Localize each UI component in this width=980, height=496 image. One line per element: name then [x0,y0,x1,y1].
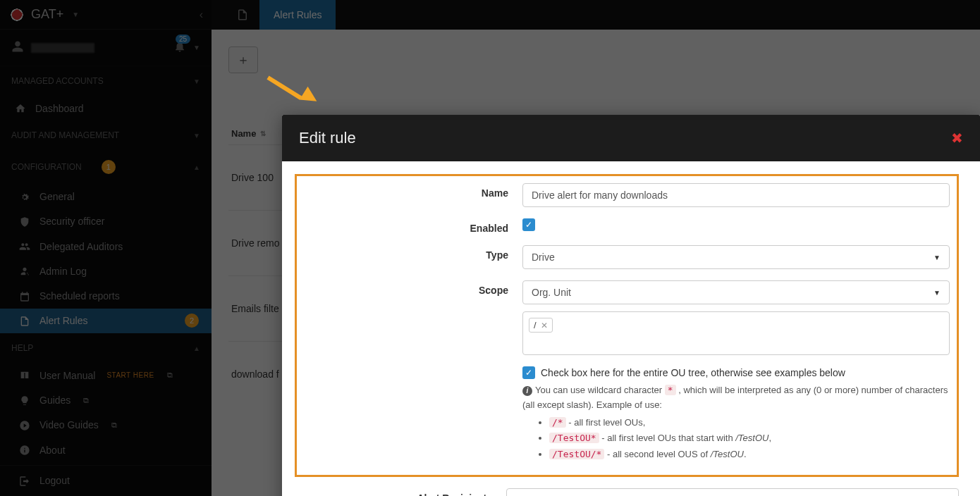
alert-recipients-input[interactable] [506,488,959,496]
home-icon [14,102,27,114]
label-scope: Scope [304,280,522,296]
book-icon [18,369,31,381]
brand-logo-icon: ✚ [8,6,25,23]
calendar-icon [18,290,31,302]
caret-down-icon[interactable]: ▼ [193,44,200,51]
brand-name: GAT+ [31,7,63,22]
sidebar-item-general[interactable]: General [0,184,212,209]
scope-hint: iYou can use wildcard character * , whic… [522,383,950,462]
sidebar-item-alert-rules[interactable]: Alert Rules 2 [0,309,212,333]
collapse-sidebar-button[interactable]: ‹ [200,8,203,21]
notifications-button[interactable]: 25 [173,40,186,55]
section-help[interactable]: HELP ▲ [0,333,212,363]
name-input[interactable] [522,183,950,207]
section-managed-accounts[interactable]: MANAGED ACCOUNTS ▼ [0,66,212,96]
info-icon: i [522,386,532,396]
logout-icon [18,474,31,486]
sidebar-item-about[interactable]: About [0,438,212,462]
add-rule-button[interactable]: ＋ [228,46,258,73]
sidebar-item-admin-log[interactable]: Admin Log [0,259,212,283]
caret-down-icon: ▼ [193,78,200,85]
highlighted-section: Name Enabled ✓ Type Drive ▼ [295,174,959,477]
sidebar-item-dashboard[interactable]: Dashboard [0,96,212,120]
caret-down-icon: ▼ [72,11,79,18]
sort-icon[interactable]: ⇅ [260,130,266,137]
sidebar-item-user-manual[interactable]: User Manual START HERE ⧉ [0,363,212,388]
sidebar-item-delegated-auditors[interactable]: Delegated Auditors [0,234,212,259]
section-audit-management[interactable]: AUDIT AND MANAGEMENT ▼ [0,120,212,150]
notifications-badge: 25 [176,35,190,44]
start-here-label: START HERE [106,371,154,379]
modal-title: Edit rule [299,129,356,147]
tab-alert-rules[interactable]: Alert Rules [259,0,336,30]
sidebar-item-scheduled-reports[interactable]: Scheduled reports [0,283,212,308]
close-icon[interactable]: ✖ [951,130,963,147]
caret-down-icon: ▼ [193,132,200,140]
play-circle-icon [18,419,31,431]
badge-step-2: 2 [185,314,199,328]
caret-down-icon: ▼ [933,254,941,261]
sidebar-item-security-officer[interactable]: Security officer [0,209,212,234]
users-icon [18,240,31,252]
enabled-checkbox[interactable]: ✓ [522,218,535,231]
badge-step-1: 1 [102,160,116,174]
label-type: Type [304,245,522,261]
section-configuration[interactable]: CONFIGURATION 1 ▲ [0,150,212,184]
shield-icon [18,216,31,228]
gears-icon [18,190,31,202]
column-name[interactable]: Name [231,128,256,139]
sidebar: ✚ GAT+ ▼ ‹ 25 ▼ MANAGED ACCOUN [0,0,212,496]
external-link-icon: ⧉ [167,371,173,380]
label-alert-recipients: Alert Recipients [295,488,506,496]
caret-down-icon: ▼ [933,289,941,297]
label-enabled: Enabled [304,218,522,234]
caret-up-icon: ▲ [193,163,200,171]
info-circle-icon [18,444,31,456]
user-name-redacted [31,43,94,53]
type-select[interactable]: Drive ▼ [522,245,950,269]
external-link-icon: ⧉ [83,396,89,405]
label-name: Name [304,183,522,199]
caret-up-icon: ▲ [193,345,200,352]
sidebar-item-video-guides[interactable]: Video Guides ⧉ [0,413,212,438]
external-link-icon: ⧉ [111,421,117,430]
user-icon [11,40,24,56]
scope-tags-input[interactable]: / ✕ [522,311,950,355]
scope-select[interactable]: Org. Unit ▼ [522,280,950,304]
document-icon[interactable] [226,0,259,30]
scope-tag: / ✕ [529,318,553,333]
document-icon [18,315,31,327]
remove-tag-icon[interactable]: ✕ [541,321,548,330]
edit-rule-modal: Edit rule ✖ Name Enabled ✓ Type Dr [282,115,980,496]
entire-ou-checkbox[interactable]: ✓ [522,366,535,379]
sidebar-item-logout[interactable]: Logout [0,465,212,492]
user-cog-icon [18,265,31,277]
entire-ou-label: Check box here for the entire OU tree, o… [541,367,845,378]
sidebar-item-guides[interactable]: Guides ⧉ [0,388,212,412]
lightbulb-icon [18,394,31,406]
topbar: Alert Rules [212,0,980,30]
brand[interactable]: ✚ GAT+ ▼ [8,6,79,23]
